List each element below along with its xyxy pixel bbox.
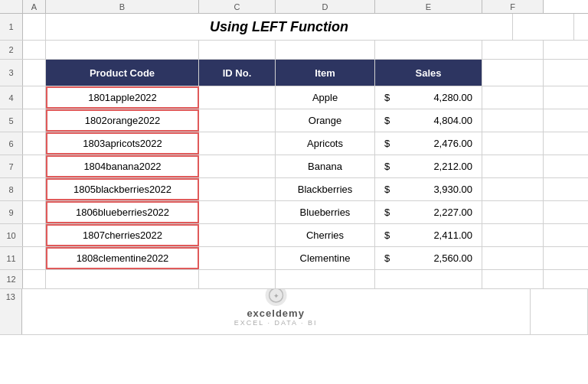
cell-a11: [23, 247, 46, 269]
sales-amount: 2,476.00: [433, 138, 479, 149]
cell-id-11: [199, 247, 276, 269]
spreadsheet-title: Using LEFT Function: [210, 19, 348, 35]
rownum-7: 7: [0, 155, 23, 177]
rownum-12: 12: [0, 270, 23, 288]
logo-text-sub: EXCEL · DATA · BI: [234, 319, 318, 327]
cell-f13: [531, 289, 588, 334]
dollar-sign: $: [384, 138, 390, 149]
row-8: 8 1805blackberries2022 Blackberries $ 3,…: [0, 178, 588, 201]
cell-e12: [375, 270, 482, 288]
cell-id-6: [199, 132, 276, 155]
sales-value-4: $ 4,280.00: [378, 92, 479, 103]
cell-product-code-5: 1802orange2022: [46, 109, 199, 132]
dollar-sign: $: [384, 92, 390, 103]
cell-sales-8: $ 3,930.00: [375, 178, 482, 200]
row-7: 7 1804banana2022 Banana $ 2,212.00: [0, 155, 588, 178]
cell-e2: [375, 41, 482, 59]
rownum-8: 8: [0, 178, 23, 200]
cell-sales-10: $ 2,411.00: [375, 224, 482, 246]
row-10: 10 1807cherries2022 Cherries $ 2,411.00: [0, 224, 588, 247]
cell-f10: [482, 224, 544, 246]
cell-f4: [482, 86, 544, 109]
logo-text-main: exceldemy: [247, 308, 305, 319]
cell-id-4: [199, 86, 276, 109]
row-1: 1 Using LEFT Function: [0, 14, 588, 41]
sales-amount: 2,227.00: [433, 207, 479, 218]
cell-a3: [23, 60, 46, 86]
cell-item-9: Blueberries: [276, 201, 375, 223]
data-rows-container: 4 1801apple2022 Apple $ 4,280.00 5 1802o…: [0, 86, 588, 270]
sales-value-11: $ 2,560.00: [378, 252, 479, 264]
col-b-header: B: [46, 0, 199, 13]
cell-d12: [276, 270, 375, 288]
cell-f7: [482, 155, 544, 177]
cell-id-9: [199, 201, 276, 223]
sales-value-6: $ 2,476.00: [378, 138, 479, 149]
header-item: Item: [276, 60, 375, 86]
cell-f8: [482, 178, 544, 200]
row-5: 5 1802orange2022 Orange $ 4,804.00: [0, 109, 588, 132]
cell-product-code-7: 1804banana2022: [46, 155, 199, 177]
header-id-no: ID No.: [199, 60, 276, 86]
row-6: 6 1803apricots2022 Apricots $ 2,476.00: [0, 132, 588, 155]
cell-product-code-10: 1807cherries2022: [46, 224, 199, 246]
sales-amount: 3,930.00: [433, 184, 479, 195]
rownum-11: 11: [0, 247, 23, 269]
logo-icon: ✦: [265, 289, 286, 306]
spreadsheet: A B C D E F 1 Using LEFT Function 2 3 Pr…: [0, 0, 588, 384]
cell-a4: [23, 86, 46, 109]
cell-a6: [23, 132, 46, 155]
cell-item-8: Blackberries: [276, 178, 375, 200]
sales-amount: 4,804.00: [433, 115, 479, 126]
row-13: 13 ✦ exceldemy EXCEL · DATA · BI: [0, 289, 588, 335]
header-product-code: Product Code: [46, 60, 199, 86]
dollar-sign: $: [384, 229, 390, 241]
row-4: 4 1801apple2022 Apple $ 4,280.00: [0, 86, 588, 109]
cell-item-5: Orange: [276, 109, 375, 132]
rownum-3: 3: [0, 60, 23, 86]
rownum-1: 1: [0, 14, 23, 40]
cell-f9: [482, 201, 544, 223]
cell-item-11: Clementine: [276, 247, 375, 269]
row-11: 11 1808clementine2022 Clementine $ 2,560…: [0, 247, 588, 270]
cell-item-6: Apricots: [276, 132, 375, 155]
svg-text:✦: ✦: [273, 292, 279, 300]
cell-a2: [23, 41, 46, 59]
cell-a5: [23, 109, 46, 132]
cell-sales-4: $ 4,280.00: [375, 86, 482, 109]
sales-amount: 2,212.00: [433, 161, 479, 172]
cell-sales-6: $ 2,476.00: [375, 132, 482, 155]
cell-sales-5: $ 4,804.00: [375, 109, 482, 132]
cell-product-code-4: 1801apple2022: [46, 86, 199, 109]
rownum-5: 5: [0, 109, 23, 132]
col-e-header: E: [375, 0, 482, 13]
header-sales: Sales: [375, 60, 482, 86]
cell-a12: [23, 270, 46, 288]
sales-amount: 4,280.00: [433, 92, 479, 103]
logo: ✦ exceldemy EXCEL · DATA · BI: [234, 289, 318, 327]
rownum-4: 4: [0, 86, 23, 109]
cell-a7: [23, 155, 46, 177]
sales-value-8: $ 3,930.00: [378, 184, 479, 195]
cell-c12: [199, 270, 276, 288]
cell-id-7: [199, 155, 276, 177]
cell-f1: [513, 14, 574, 40]
cell-a10: [23, 224, 46, 246]
sales-value-9: $ 2,227.00: [378, 207, 479, 218]
cell-b12: [46, 270, 199, 288]
sales-amount: 2,560.00: [433, 252, 479, 264]
rownum-2: 2: [0, 41, 23, 59]
cell-f5: [482, 109, 544, 132]
dollar-sign: $: [384, 184, 390, 195]
cell-product-code-6: 1803apricots2022: [46, 132, 199, 155]
title-cell: Using LEFT Function: [46, 14, 513, 40]
logo-cell: ✦ exceldemy EXCEL · DATA · BI: [22, 289, 531, 334]
col-d-header: D: [276, 0, 375, 13]
cell-id-10: [199, 224, 276, 246]
rownum-10: 10: [0, 224, 23, 246]
cell-a9: [23, 201, 46, 223]
col-a-header: A: [23, 0, 46, 13]
cell-f6: [482, 132, 544, 155]
dollar-sign: $: [384, 207, 390, 218]
cell-c2: [199, 41, 276, 59]
